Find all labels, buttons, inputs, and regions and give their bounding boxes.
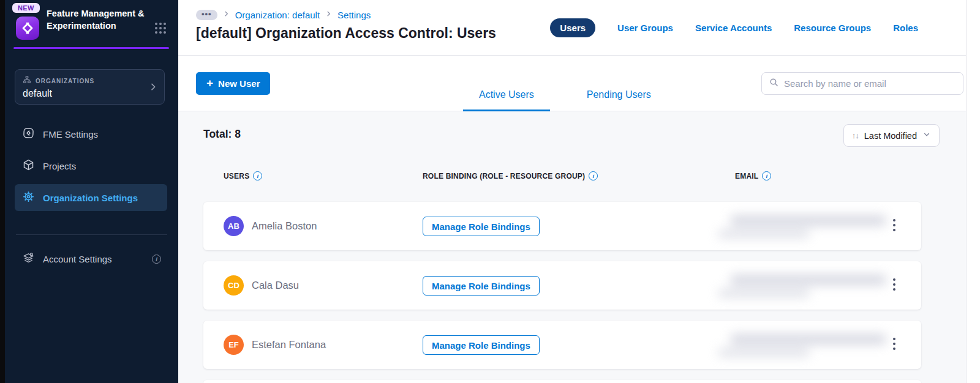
toolbar: + New User Active Users Pending Users (178, 56, 966, 111)
organization-value: default (23, 88, 157, 99)
cube-icon (22, 158, 35, 174)
user-name: Estefan Fontana (252, 321, 326, 369)
total-count: Total: 8 (203, 125, 241, 141)
page-header: ••• Organization: default Settings [defa… (178, 0, 966, 56)
row-menu-kebab-icon[interactable] (892, 277, 897, 292)
sidebar: NEW Feature Management & Experimentation… (5, 0, 178, 383)
info-icon[interactable]: i (152, 255, 161, 264)
search-icon (769, 77, 779, 90)
gear-icon (22, 190, 35, 206)
list-summary: Total: 8 ↑↓ Last Modified (203, 125, 921, 153)
app-title: Feature Management & Experimentation (47, 7, 145, 32)
user-name: Amelia Boston (252, 202, 317, 250)
new-user-button-label: New User (218, 78, 260, 89)
sidebar-item-projects[interactable]: Projects (15, 152, 167, 179)
screen-edge (0, 0, 5, 383)
redacted-email (718, 210, 902, 242)
tab-users[interactable]: Users (550, 18, 595, 37)
column-header-email: EMAIL i (735, 171, 771, 180)
sidebar-item-fme-settings[interactable]: FME Settings (15, 121, 167, 147)
search-box (761, 72, 963, 95)
manage-role-bindings-button[interactable]: Manage Role Bindings (423, 335, 540, 355)
user-name: Cala Dasu (252, 261, 299, 310)
column-label: USERS (224, 172, 249, 180)
info-icon[interactable]: i (762, 171, 771, 180)
organization-selector[interactable]: ORGANIZATIONS default (15, 69, 165, 105)
split-logo-icon[interactable] (16, 17, 39, 40)
redacted-email (718, 329, 902, 361)
sidebar-item-label: Projects (43, 161, 76, 171)
column-label: EMAIL (735, 172, 758, 180)
table-row-partial (203, 380, 921, 383)
sidebar-item-label: FME Settings (43, 129, 98, 139)
chevron-down-icon (922, 130, 931, 141)
row-menu-kebab-icon[interactable] (892, 337, 897, 351)
organizations-label: ORGANIZATIONS (36, 78, 94, 84)
info-icon[interactable]: i (253, 171, 262, 180)
tab-user-groups[interactable]: User Groups (617, 23, 673, 33)
breadcrumb-link-settings[interactable]: Settings (337, 10, 371, 20)
info-icon[interactable]: i (589, 171, 598, 180)
chevron-right-icon (148, 81, 158, 95)
main-content: ••• Organization: default Settings [defa… (178, 0, 967, 383)
avatar: AB (224, 216, 244, 236)
tab-active-users[interactable]: Active Users (463, 89, 550, 111)
sidebar-item-label: Account Settings (43, 254, 112, 264)
brand-divider (13, 47, 169, 49)
sidebar-item-account-settings[interactable]: Account Settings i (15, 245, 167, 272)
column-label: ROLE BINDING (ROLE - RESOURCE GROUP) (423, 172, 585, 180)
new-user-button[interactable]: + New User (196, 72, 270, 95)
sidebar-item-label: Organization Settings (43, 193, 138, 203)
row-menu-kebab-icon[interactable] (892, 218, 897, 232)
column-header-users: USERS i (224, 171, 262, 180)
breadcrumb-link-organization[interactable]: Organization: default (235, 10, 320, 20)
breadcrumb-separator-icon (325, 9, 332, 20)
sidebar-header: NEW Feature Management & Experimentation (5, 0, 178, 55)
sort-dropdown-value: Last Modified (864, 131, 917, 141)
table-row: AB Amelia Boston Manage Role Bindings (203, 202, 921, 250)
new-badge: NEW (12, 3, 40, 13)
table-header-row: USERS i ROLE BINDING (ROLE - RESOURCE GR… (203, 171, 921, 184)
tab-service-accounts[interactable]: Service Accounts (695, 23, 772, 33)
manage-role-bindings-button[interactable]: Manage Role Bindings (423, 276, 540, 296)
layers-icon (22, 251, 35, 267)
user-state-tabs: Active Users Pending Users (463, 89, 667, 111)
redacted-email (718, 270, 902, 302)
avatar: EF (224, 335, 244, 355)
breadcrumb-ellipsis-button[interactable]: ••• (196, 10, 217, 20)
tab-pending-users[interactable]: Pending Users (571, 89, 667, 111)
breadcrumb-separator-icon (223, 9, 230, 20)
sidebar-divider (16, 234, 167, 235)
table-row: EF Estefan Fontana Manage Role Bindings (203, 321, 921, 369)
tab-roles[interactable]: Roles (893, 23, 918, 33)
table-row: CD Cala Dasu Manage Role Bindings (203, 261, 921, 310)
split-outline-icon (22, 127, 35, 142)
breadcrumb: ••• Organization: default Settings (196, 9, 371, 20)
avatar: CD (224, 275, 244, 296)
sidebar-nav: FME Settings Projects Organization Setti… (5, 121, 178, 211)
plus-icon: + (206, 76, 213, 90)
sort-dropdown[interactable]: ↑↓ Last Modified (843, 124, 940, 147)
column-header-role-binding: ROLE BINDING (ROLE - RESOURCE GROUP) i (423, 171, 598, 180)
search-input[interactable] (784, 78, 956, 89)
users-list: Total: 8 ↑↓ Last Modified USERS i ROLE B… (178, 111, 966, 383)
sidebar-item-organization-settings[interactable]: Organization Settings (15, 184, 167, 211)
manage-role-bindings-button[interactable]: Manage Role Bindings (423, 217, 540, 236)
sort-arrows-icon: ↑↓ (852, 131, 859, 140)
hierarchy-icon (23, 75, 31, 86)
module-grid-icon[interactable] (155, 23, 166, 34)
page-title: [default] Organization Access Control: U… (196, 25, 496, 42)
access-control-tabs: Users User Groups Service Accounts Resou… (550, 18, 918, 37)
tab-resource-groups[interactable]: Resource Groups (794, 23, 871, 33)
user-rows: AB Amelia Boston Manage Role Bindings CD… (203, 202, 921, 383)
